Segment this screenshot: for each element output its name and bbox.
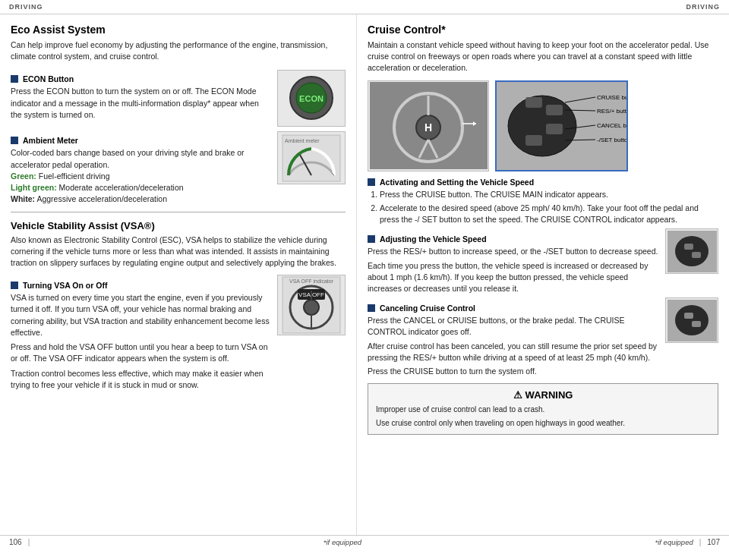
svg-rect-26 [525,97,542,108]
ambient-meter-image: Ambient meter [277,131,346,184]
white-label: White: [11,194,35,203]
page-num-left: 106 [9,538,22,546]
blue-square-icon5 [368,235,375,243]
cruise-steering-image: H [368,80,489,171]
cruise-control-section: Cruise Control* Maintain a constant vehi… [368,24,718,435]
canceling-body: Press the CANCEL or CRUISE buttons, or t… [368,315,661,377]
header-left: DRIVING [9,3,43,11]
adjusting-body2: Each time you press the button, the vehi… [368,260,661,295]
svg-rect-45 [692,321,701,327]
warning-text: Improper use of cruise control can lead … [376,404,710,429]
vsa-body1: VSA is turned on every time you start th… [11,292,271,338]
svg-text:H: H [424,121,431,134]
if-equipped-right: *if equipped [655,538,693,546]
if-equipped-left: *if equipped [323,538,361,546]
canceling-section: Canceling Cruise Control Press the CANCE… [368,297,718,377]
canceling-header: Canceling Cruise Control [368,304,661,313]
ambient-meter-row: Ambient Meter Color-coded bars change ba… [11,130,346,205]
ambient-meter-header: Ambient Meter [11,136,271,145]
vsa-body: Also known as Electronic Stability Contr… [11,234,346,269]
adjusting-body1: Press the RES/+ button to increase speed… [368,246,661,257]
econ-button-body: Press the ECON button to turn the system… [11,86,271,121]
svg-text:-/SET button: -/SET button [597,137,626,143]
cruise-control-body: Maintain a constant vehicle speed withou… [368,39,718,74]
canceling-block: Canceling Cruise Control Press the CANCE… [368,297,661,377]
adjusting-block: Adjusting the Vehicle Speed Press the RE… [368,228,661,294]
eco-assist-body: Can help improve fuel economy by adjusti… [11,39,346,62]
footer-center: *if equipped [323,538,361,546]
vsa-turning-block: Turning VSA On or Off VSA is turned on e… [11,275,271,391]
eco-assist-section: Eco Assist System Can help improve fuel … [11,24,346,206]
light-green-text: Moderate acceleration/deceleration [59,183,184,192]
blue-square-icon2 [11,137,18,144]
svg-text:Ambient meter: Ambient meter [285,138,320,143]
warning-line2: Use cruise control only when traveling o… [376,417,710,429]
cruise-buttons-image: CRUISE button RES/+ button CANCEL button… [495,80,628,171]
svg-rect-44 [684,313,693,319]
econ-button-label: ECON Button [23,74,74,83]
warning-label: WARNING [525,389,573,401]
canceling-label: Canceling Cruise Control [380,304,475,313]
adjusting-image [665,228,718,274]
blue-square-icon3 [11,282,18,289]
vsa-turning-header: Turning VSA On or Off [11,281,271,290]
econ-button-block: ECON Button Press the ECON button to tur… [11,68,271,121]
warning-title: ⚠ WARNING [376,389,710,401]
canceling-image [665,297,718,343]
svg-rect-27 [546,105,563,115]
vsa-turning-body: VSA is turned on every time you start th… [11,292,271,391]
svg-point-43 [675,305,708,335]
svg-text:RES/+ button: RES/+ button [597,108,626,115]
adjusting-header: Adjusting the Vehicle Speed [368,234,661,244]
light-green-label: Light green: [11,183,57,192]
green-text: Fuel-efficient driving [39,171,110,181]
svg-rect-28 [546,124,563,134]
canceling-body1: Press the CANCEL or CRUISE buttons, or t… [368,315,661,338]
econ-button-image: ECON [277,70,346,127]
footer-right-group: *if equipped | 107 [655,538,720,546]
adjusting-section: Adjusting the Vehicle Speed Press the RE… [368,228,718,294]
svg-rect-29 [525,135,542,146]
vsa-body2: Press and hold the VSA OFF button until … [11,341,271,364]
svg-line-30 [565,97,595,102]
canceling-body3: Press the CRUISE button to turn the syst… [368,366,661,377]
vsa-body3: Traction control becomes less effective,… [11,368,271,391]
adjusting-body: Press the RES/+ button to increase speed… [368,246,661,294]
warning-triangle-icon: ⚠ [513,389,522,401]
right-column: Cruise Control* Maintain a constant vehi… [357,14,729,535]
svg-text:CANCEL button: CANCEL button [597,122,626,129]
svg-point-10 [304,300,319,315]
blue-square-icon4 [368,178,375,186]
warning-box: ⚠ WARNING Improper use of cruise control… [368,383,718,435]
activating-label: Activating and Setting the Vehicle Speed [380,178,534,187]
footer-pipe2: | [699,538,702,546]
vsa-turning-label: Turning VSA On or Off [23,281,107,290]
cruise-diagram: H [368,80,718,171]
activating-section: Activating and Setting the Vehicle Speed… [368,178,718,226]
main-content: Eco Assist System Can help improve fuel … [0,14,729,535]
page-footer: 106 | *if equipped *if equipped | 107 [0,535,729,549]
vsa-turning-row: Turning VSA On or Off VSA is turned on e… [11,275,346,391]
svg-rect-40 [684,244,693,250]
blue-square-icon [11,75,18,83]
footer-left: 106 | [9,538,30,546]
left-column: Eco Assist System Can help improve fuel … [0,14,357,535]
svg-text:VSA OFF indicator: VSA OFF indicator [289,278,334,284]
step2: Accelerate to the desired speed (above 2… [380,203,718,225]
ambient-meter-label: Ambient Meter [23,136,78,145]
warning-line1: Improper use of cruise control can lead … [376,404,710,415]
vsa-section: Vehicle Stability Assist (VSA®) Also kno… [11,220,346,391]
section-divider [11,212,346,212]
econ-button-header: ECON Button [11,74,271,83]
activating-steps: Press the CRUISE button. The CRUISE MAIN… [368,189,718,226]
header-right: DRIVING [686,3,720,11]
ambient-meter-body: Color-coded bars change based on your dr… [11,147,271,205]
canceling-body2: After cruise control has been canceled, … [368,341,661,363]
footer-pipe: | [28,538,30,546]
vsa-image: VSA OFF VSA OFF indicator [277,275,346,335]
vsa-title: Vehicle Stability Assist (VSA®) [11,220,346,231]
step1: Press the CRUISE button. The CRUISE MAIN… [380,189,718,200]
blue-square-icon6 [368,304,375,312]
green-label: Green: [11,171,36,181]
svg-rect-41 [692,252,701,258]
